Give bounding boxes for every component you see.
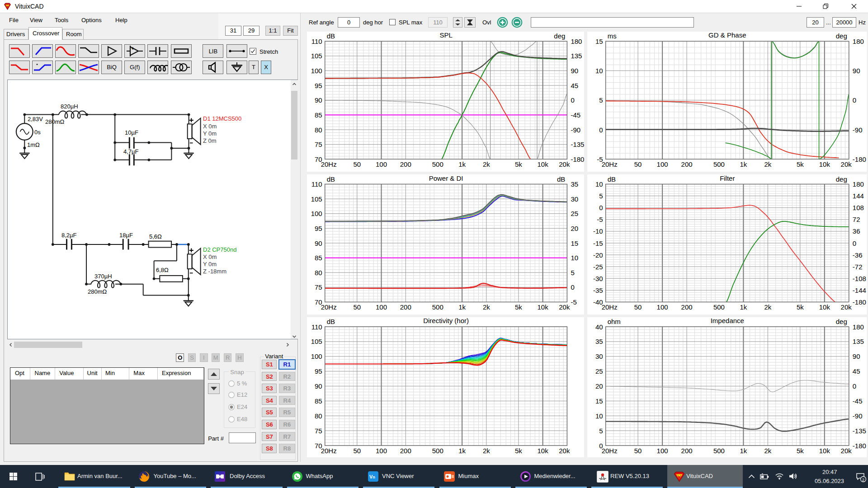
svg-text:1k: 1k — [458, 160, 466, 168]
svg-text:-36: -36 — [853, 251, 863, 259]
svg-text:-180: -180 — [853, 441, 866, 449]
svg-text:80: 80 — [315, 269, 322, 277]
svg-text:10µF: 10µF — [125, 129, 138, 136]
svg-text:deg: deg — [554, 32, 565, 40]
svg-text:-30: -30 — [593, 275, 603, 282]
svg-text:20Hz: 20Hz — [602, 160, 618, 168]
svg-text:-108: -108 — [853, 275, 866, 282]
svg-text:200: 200 — [400, 446, 411, 454]
svg-text:500: 500 — [713, 303, 725, 311]
svg-text:820µH: 820µH — [61, 103, 78, 110]
svg-text:dB: dB — [326, 175, 335, 183]
svg-text:50: 50 — [634, 303, 642, 311]
svg-text:25: 25 — [595, 367, 603, 375]
svg-text:5: 5 — [571, 269, 574, 277]
svg-text:20: 20 — [571, 225, 578, 232]
svg-text:0s: 0s — [34, 129, 41, 136]
svg-text:100: 100 — [311, 352, 322, 360]
svg-text:deg: deg — [836, 175, 847, 183]
svg-text:30: 30 — [595, 352, 603, 360]
svg-text:110: 110 — [311, 180, 322, 188]
svg-text:90: 90 — [315, 239, 322, 247]
svg-text:1mΩ: 1mΩ — [27, 141, 40, 148]
svg-text:0: 0 — [853, 382, 856, 390]
svg-text:85: 85 — [315, 254, 322, 262]
svg-text:Filter: Filter — [720, 174, 735, 182]
svg-text:10k: 10k — [819, 303, 830, 311]
svg-text:95: 95 — [315, 225, 322, 232]
svg-text:15: 15 — [571, 239, 578, 247]
svg-text:15: 15 — [595, 38, 603, 45]
svg-text:-180: -180 — [571, 155, 584, 163]
svg-text:deg: deg — [836, 32, 847, 40]
svg-text:105: 105 — [311, 338, 322, 345]
svg-text:36: 36 — [853, 227, 860, 235]
svg-text:5k: 5k — [797, 446, 804, 454]
svg-text:2k: 2k — [764, 160, 771, 168]
svg-text:200: 200 — [681, 303, 693, 311]
svg-text:110: 110 — [311, 38, 322, 45]
svg-text:280mΩ: 280mΩ — [45, 118, 65, 125]
svg-text:180: 180 — [853, 323, 864, 330]
svg-text:0: 0 — [571, 96, 574, 104]
svg-text:ms: ms — [608, 32, 617, 40]
svg-text:105: 105 — [311, 195, 322, 203]
svg-text:-144: -144 — [853, 286, 866, 294]
svg-text:1k: 1k — [740, 303, 747, 311]
svg-text:-35: -35 — [593, 286, 603, 294]
svg-text:8,2µF: 8,2µF — [61, 232, 77, 239]
svg-text:180: 180 — [853, 38, 864, 45]
svg-text:10: 10 — [595, 180, 603, 188]
svg-text:100: 100 — [657, 303, 668, 311]
svg-text:0: 0 — [599, 126, 603, 134]
svg-text:30: 30 — [571, 195, 578, 203]
svg-text:35: 35 — [595, 338, 603, 345]
svg-text:75: 75 — [315, 283, 322, 291]
svg-text:5k: 5k — [514, 303, 522, 311]
svg-text:20k: 20k — [559, 446, 570, 454]
svg-text:1k: 1k — [458, 446, 466, 454]
svg-text:75: 75 — [315, 141, 322, 148]
svg-text:2k: 2k — [482, 160, 490, 168]
svg-text:10k: 10k — [819, 160, 830, 168]
svg-text:10: 10 — [595, 67, 603, 75]
svg-text:50: 50 — [353, 303, 361, 311]
svg-text:90: 90 — [571, 67, 578, 75]
svg-text:370µH: 370µH — [94, 273, 112, 280]
svg-text:45: 45 — [853, 367, 860, 375]
svg-text:200: 200 — [400, 160, 411, 168]
svg-text:95: 95 — [315, 82, 322, 89]
svg-text:10k: 10k — [537, 160, 548, 168]
svg-text:90: 90 — [315, 382, 322, 390]
svg-text:20Hz: 20Hz — [321, 160, 336, 168]
svg-text:10k: 10k — [537, 303, 548, 311]
svg-text:85: 85 — [315, 397, 322, 404]
svg-text:D1 12MCS500: D1 12MCS500 — [203, 115, 241, 122]
svg-text:ohm: ohm — [608, 318, 621, 325]
svg-text:100: 100 — [311, 67, 322, 75]
svg-text:6,8Ω: 6,8Ω — [156, 267, 169, 273]
svg-text:108: 108 — [853, 204, 864, 211]
svg-text:20k: 20k — [841, 446, 852, 454]
svg-text:10: 10 — [571, 254, 578, 262]
svg-text:20Hz: 20Hz — [602, 303, 618, 311]
svg-text:500: 500 — [432, 303, 443, 311]
svg-text:2k: 2k — [482, 303, 490, 311]
svg-text:20k: 20k — [559, 160, 570, 168]
svg-text:50: 50 — [634, 446, 642, 454]
svg-text:5k: 5k — [797, 303, 804, 311]
svg-text:-45: -45 — [853, 397, 863, 404]
svg-text:5,6Ω: 5,6Ω — [149, 233, 162, 240]
svg-text:100: 100 — [657, 160, 668, 168]
svg-text:0: 0 — [853, 96, 856, 104]
svg-text:dB: dB — [557, 175, 565, 183]
svg-text:-135: -135 — [853, 427, 866, 434]
svg-text:72: 72 — [853, 216, 860, 223]
svg-text:-5: -5 — [571, 298, 576, 306]
svg-text:Z 0m: Z 0m — [203, 137, 217, 144]
svg-text:1k: 1k — [740, 160, 747, 168]
svg-text:Vn: Vn — [369, 474, 375, 479]
svg-text:10k: 10k — [819, 446, 830, 454]
svg-text:18µF: 18µF — [119, 232, 133, 239]
svg-text:Y 0m: Y 0m — [203, 261, 217, 267]
